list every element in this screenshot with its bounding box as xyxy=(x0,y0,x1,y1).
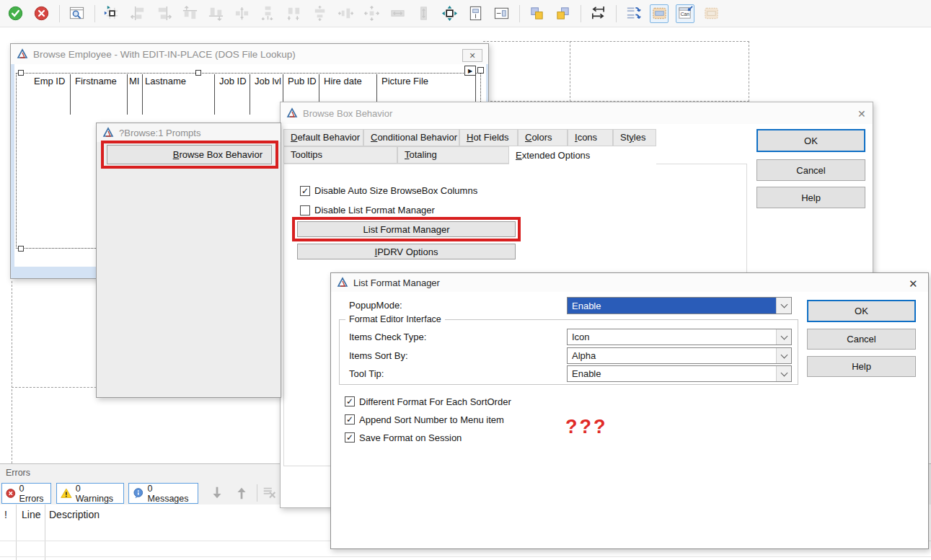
center-vertical-in-window-icon[interactable] xyxy=(492,4,511,23)
close-icon[interactable]: ✕ xyxy=(857,108,866,120)
selection-handle[interactable] xyxy=(18,70,24,76)
popup-mode-value: Enable xyxy=(568,298,776,314)
errors-col-description: Description xyxy=(49,509,100,520)
toolbar-separator xyxy=(519,5,520,22)
messages-count-label: 0 Messages xyxy=(148,484,192,504)
help-button[interactable]: Help xyxy=(807,356,916,377)
toolbar-separator xyxy=(59,5,60,22)
cancel-button[interactable]: Cancel xyxy=(756,159,865,181)
errors-count-label: 0 Errors xyxy=(19,484,45,504)
chevron-down-icon[interactable] xyxy=(776,366,791,381)
chevron-down-icon[interactable] xyxy=(776,329,791,345)
tab-hot-fields[interactable]: Hot Fields xyxy=(459,129,518,146)
errors-col-line: Line xyxy=(22,509,40,520)
snap-to-grid-icon[interactable] xyxy=(102,4,121,23)
cancel-button[interactable]: Cancel xyxy=(807,329,916,350)
spread-horizontally-icon[interactable] xyxy=(336,4,355,23)
browse-box-behavior-button[interactable]: Browse Box Behavior xyxy=(107,145,272,164)
selection-handle[interactable] xyxy=(195,70,201,76)
selection-handle[interactable] xyxy=(477,67,484,74)
cancel-icon[interactable] xyxy=(32,4,50,23)
align-top-icon[interactable] xyxy=(180,4,199,23)
tab-colors[interactable]: Colors xyxy=(518,129,568,146)
send-backward-icon[interactable] xyxy=(553,4,572,23)
tab-tooltips[interactable]: Tooltips xyxy=(283,146,397,164)
save-format-checkbox[interactable] xyxy=(345,432,355,443)
preview-window-icon[interactable] xyxy=(67,4,86,23)
selection-handle[interactable] xyxy=(18,246,24,252)
items-sort-by-value: Alpha xyxy=(568,348,776,363)
disable-auto-size-label: Disable Auto Size BrowseBox Columns xyxy=(314,185,477,196)
toolbar-separator xyxy=(94,5,95,22)
ok-button[interactable]: OK xyxy=(756,129,865,152)
svg-text:Can: Can xyxy=(680,12,689,17)
ipdrv-options-button[interactable]: IPDRV Options xyxy=(297,244,516,259)
close-icon[interactable]: ✕ xyxy=(909,277,918,290)
apply-icon[interactable] xyxy=(6,4,25,23)
tab-styles[interactable]: Styles xyxy=(613,129,656,146)
resize-to-fit-icon[interactable] xyxy=(440,4,459,23)
bring-forward-icon[interactable] xyxy=(527,4,546,23)
clarion-icon xyxy=(102,127,114,138)
ok-button[interactable]: OK xyxy=(807,300,916,322)
toolbar-separator xyxy=(616,5,617,22)
align-left-icon[interactable] xyxy=(128,4,147,23)
help-button[interactable]: Help xyxy=(756,187,865,208)
tool-tip-select[interactable]: Enable xyxy=(567,365,792,382)
browse-employee-titlebar[interactable]: Browse Employee - With EDIT-IN-PLACE (DO… xyxy=(11,44,488,64)
align-bottom-icon[interactable] xyxy=(206,4,225,23)
errors-toggle-button[interactable]: 0 Errors xyxy=(1,483,51,504)
close-button[interactable]: ✕ xyxy=(462,49,482,62)
tab-conditional-behavior[interactable]: Conditional Behavior xyxy=(363,129,459,146)
disable-auto-size-checkbox[interactable] xyxy=(300,186,310,196)
same-width-icon[interactable] xyxy=(388,4,407,23)
browse-prompts-window[interactable]: ?Browse:1 Prompts Browse Box Behavior xyxy=(96,123,281,398)
lfm-titlebar[interactable]: List Format Manager xyxy=(331,273,928,292)
next-error-icon[interactable] xyxy=(209,485,225,503)
set-tab-order-icon[interactable] xyxy=(588,4,607,23)
prompts-titlebar[interactable]: ?Browse:1 Prompts xyxy=(97,123,281,142)
bbb-titlebar[interactable]: Browse Box Behavior xyxy=(281,102,873,124)
list-format-manager-button[interactable]: List Format Manager xyxy=(297,221,516,237)
designer-guide-divider xyxy=(570,41,570,102)
question-marks-annotation: ??? xyxy=(565,416,607,438)
populate-cancel-button-icon[interactable]: Can xyxy=(676,4,694,23)
message-icon xyxy=(133,487,144,499)
populate-field-icon[interactable] xyxy=(702,4,720,23)
append-sort-number-label: Append Sort Number to Menu item xyxy=(359,414,504,425)
center-in-parent-icon[interactable] xyxy=(362,4,381,23)
warnings-count-label: 0 Warnings xyxy=(76,484,118,504)
tab-icons[interactable]: Icons xyxy=(568,129,613,146)
populate-column-icon[interactable] xyxy=(650,4,669,23)
popup-mode-select[interactable]: Enable xyxy=(567,297,792,314)
distribute-vertically-icon[interactable] xyxy=(258,4,277,23)
items-check-type-select[interactable]: Icon xyxy=(567,329,792,345)
clear-errors-icon[interactable] xyxy=(262,485,278,503)
designer-guide-left xyxy=(12,281,12,463)
same-height-icon[interactable] xyxy=(414,4,433,23)
align-right-icon[interactable] xyxy=(154,4,173,23)
items-sort-by-select[interactable]: Alpha xyxy=(567,347,792,364)
center-horizontally-icon[interactable] xyxy=(232,4,251,23)
tab-extended-options[interactable]: Extended Options xyxy=(509,146,656,165)
previous-error-icon[interactable] xyxy=(234,485,250,503)
tab-totaling[interactable]: Totaling xyxy=(397,146,509,164)
format-editor-group-label: Format Editor Interface xyxy=(345,314,445,324)
warnings-toggle-button[interactable]: 0 Warnings xyxy=(56,483,124,504)
error-icon xyxy=(6,487,16,499)
center-horizontal-in-window-icon[interactable] xyxy=(466,4,485,23)
disable-list-format-checkbox[interactable] xyxy=(300,205,310,215)
spread-vertically-icon[interactable] xyxy=(310,4,329,23)
column-drag-button[interactable]: ▶ xyxy=(464,66,476,76)
errors-panel-title: Errors xyxy=(6,468,30,478)
distribute-horizontally-icon[interactable] xyxy=(284,4,303,23)
chevron-down-icon[interactable] xyxy=(776,298,791,314)
chevron-down-icon[interactable] xyxy=(776,348,791,363)
list-format-manager-dialog[interactable]: List Format Manager ✕ PopupMode: Enable … xyxy=(330,272,929,549)
resync-list-icon[interactable] xyxy=(624,4,643,23)
append-sort-number-checkbox[interactable] xyxy=(345,414,355,425)
messages-toggle-button[interactable]: 0 Messages xyxy=(128,483,198,504)
different-format-checkbox[interactable] xyxy=(345,396,355,406)
warning-icon xyxy=(61,487,72,499)
tab-default-behavior[interactable]: Default Behavior xyxy=(283,129,363,146)
